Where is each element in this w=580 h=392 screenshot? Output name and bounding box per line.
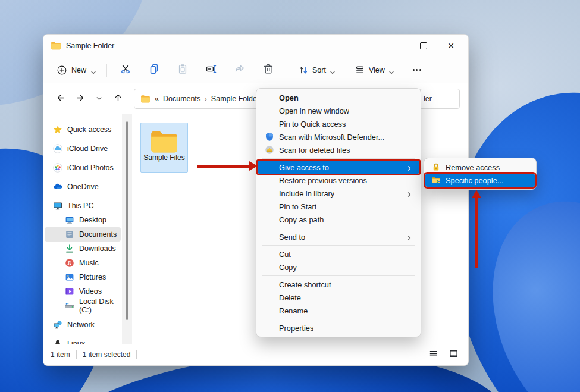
context-menu-item-give-access-to[interactable]: Give access to	[258, 161, 419, 174]
window-title: Sample Folder	[66, 42, 114, 50]
give-access-submenu: Remove accessSpecific people...	[424, 158, 537, 190]
hard-hat-icon	[265, 145, 275, 155]
up-button[interactable]	[109, 90, 127, 108]
see-more-icon	[419, 69, 421, 71]
sidebar-item-label: Music	[79, 259, 99, 267]
downloads-icon	[65, 244, 74, 253]
sidebar-item-pictures[interactable]: Pictures	[45, 270, 121, 284]
maximize-button[interactable]	[410, 35, 437, 57]
menu-item-label: Open	[279, 93, 299, 102]
context-menu-item-copy-as-path[interactable]: Copy as path	[258, 213, 419, 226]
title-bar[interactable]: Sample Folder ✕	[43, 35, 468, 57]
sort-button[interactable]: Sort	[293, 62, 341, 79]
sidebar-item-desktop[interactable]: Desktop	[45, 213, 121, 227]
collapsed-crumbs-button[interactable]: «	[155, 95, 159, 103]
paste-button[interactable]	[170, 60, 196, 80]
new-button-label: New	[71, 66, 86, 74]
chevron-down-icon	[90, 67, 96, 73]
context-menu-item-pin-to-start[interactable]: Pin to Start	[258, 200, 419, 213]
close-button[interactable]: ✕	[437, 35, 465, 57]
sidebar-item-linux[interactable]: Linux	[45, 337, 121, 344]
annotation-arrowhead-horizontal	[249, 161, 258, 171]
status-divider	[136, 350, 137, 359]
sidebar-item-icloud-photos[interactable]: iCloud Photos	[45, 161, 121, 175]
sidebar-item-downloads[interactable]: Downloads	[45, 242, 121, 256]
folder-icon	[149, 127, 179, 152]
context-menu-item-rename[interactable]: Rename	[258, 304, 419, 317]
sidebar-item-label: Pictures	[79, 273, 106, 281]
share-button[interactable]	[227, 60, 253, 80]
recent-locations-button[interactable]	[90, 90, 108, 108]
breadcrumb-documents[interactable]: Documents	[163, 95, 200, 103]
copy-button[interactable]	[141, 60, 167, 80]
context-menu-item-create-shortcut[interactable]: Create shortcut	[258, 278, 419, 291]
minimize-button[interactable]	[383, 35, 410, 57]
context-menu-item-open-in-new-window[interactable]: Open in new window	[258, 104, 419, 117]
rename-button[interactable]	[198, 60, 224, 80]
forward-button[interactable]	[71, 90, 89, 108]
pictures-icon	[65, 272, 74, 282]
menu-icon-spacer	[265, 231, 275, 242]
cut-button[interactable]	[112, 60, 139, 80]
menu-item-label: Specific people...	[446, 176, 503, 185]
sidebar-item-label: OneDrive	[67, 183, 99, 191]
details-view-button[interactable]	[425, 347, 441, 362]
sidebar-item-network[interactable]: Network	[45, 318, 121, 332]
context-menu-item-send-to[interactable]: Send to	[258, 230, 419, 243]
scrollbar-thumb[interactable]	[126, 121, 128, 320]
see-more-icon	[413, 69, 415, 71]
chevron-down-icon	[388, 67, 394, 73]
context-menu-item-restore-previous-versions[interactable]: Restore previous versions	[258, 174, 419, 187]
new-button[interactable]: New	[52, 62, 101, 79]
menu-item-label: Remove access	[446, 163, 500, 172]
context-menu-item-delete[interactable]: Delete	[258, 291, 419, 304]
toolbar-separator	[106, 64, 107, 77]
annotation-arrow-vertical	[475, 197, 478, 268]
context-menu-item-scan-for-deleted-files[interactable]: Scan for deleted files	[258, 143, 419, 156]
sidebar-scrollbar[interactable]	[122, 114, 132, 344]
minimize-icon	[393, 46, 400, 46]
view-button[interactable]: View	[349, 62, 400, 79]
sidebar-item-this-pc[interactable]: This PC	[45, 199, 121, 213]
menu-item-label: Give access to	[279, 163, 329, 172]
this-pc-icon	[53, 201, 62, 211]
toolbar-icon-group	[112, 60, 281, 80]
search-input[interactable]	[419, 89, 460, 109]
folder-item-sample-files[interactable]: Sample Files	[140, 123, 188, 173]
menu-item-label: Pin to Start	[279, 202, 316, 211]
context-menu-item-include-in-library[interactable]: Include in library	[258, 187, 419, 200]
icloud-photos-icon	[53, 163, 62, 173]
menu-icon-spacer	[265, 305, 275, 316]
see-more-button[interactable]	[406, 64, 428, 76]
submenu-item-remove-access[interactable]: Remove access	[425, 161, 535, 174]
context-menu-item-copy[interactable]: Copy	[258, 261, 419, 274]
documents-icon	[65, 230, 74, 239]
context-menu-item-open[interactable]: Open	[258, 91, 419, 104]
sidebar-item-label: This PC	[67, 202, 93, 210]
sidebar-item-music[interactable]: Music	[45, 256, 121, 270]
linux-icon	[53, 339, 62, 344]
local-disk-icon	[65, 301, 74, 311]
sidebar-item-videos[interactable]: Videos	[45, 284, 121, 299]
sidebar-item-documents[interactable]: Documents	[45, 227, 121, 242]
folder-item-label: Sample Files	[143, 153, 184, 163]
desktop: Sample Folder ✕ New Sort	[0, 0, 580, 392]
sidebar-item-local-disk-c[interactable]: Local Disk (C:)	[45, 299, 121, 313]
breadcrumb-sample-folder[interactable]: Sample Folder	[211, 95, 259, 103]
sidebar-item-onedrive[interactable]: OneDrive	[45, 180, 121, 194]
menu-separator	[262, 319, 415, 319]
submenu-item-specific-people[interactable]: Specific people...	[425, 174, 535, 187]
context-menu-item-properties[interactable]: Properties	[258, 321, 419, 334]
back-button[interactable]	[52, 90, 70, 108]
context-menu-item-pin-to-quick-access[interactable]: Pin to Quick access	[258, 117, 419, 130]
context-menu-item-scan-with-microsoft-defender[interactable]: Scan with Microsoft Defender...	[258, 130, 419, 143]
menu-icon-spacer	[265, 322, 275, 333]
sidebar-item-quick-access[interactable]: Quick access	[45, 123, 121, 137]
sidebar-item-icloud-drive[interactable]: iCloud Drive	[45, 142, 121, 156]
menu-icon-spacer	[265, 214, 275, 225]
thumbnail-view-button[interactable]	[446, 347, 461, 362]
breadcrumb-chevron-icon[interactable]: ›	[203, 95, 208, 102]
icloud-drive-icon	[53, 144, 62, 153]
delete-button[interactable]	[255, 60, 281, 80]
context-menu-item-cut[interactable]: Cut	[258, 247, 419, 261]
